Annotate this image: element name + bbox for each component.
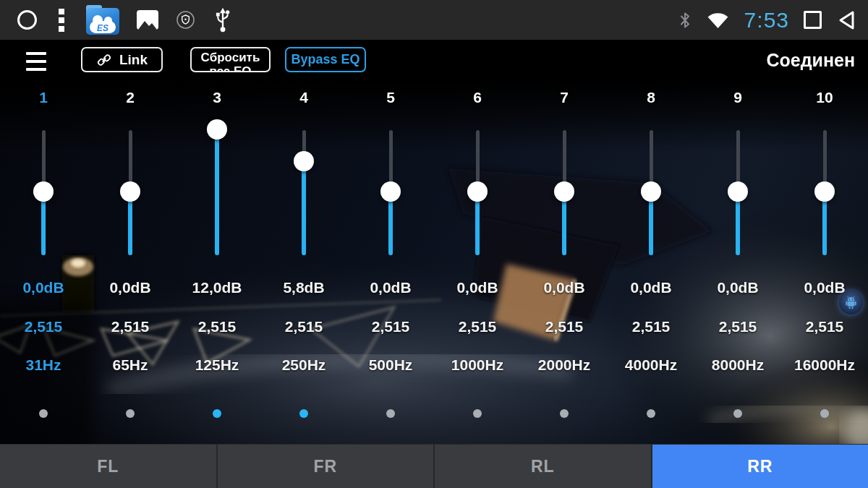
channel-tab-bar: FLFRRLRR bbox=[0, 444, 868, 488]
band-q-value: 2,515 bbox=[434, 317, 521, 336]
clock: 7:53 bbox=[744, 8, 789, 33]
slider-thumb[interactable] bbox=[728, 181, 748, 202]
band-q-value: 2,515 bbox=[608, 317, 694, 336]
slider-thumb[interactable] bbox=[467, 181, 488, 202]
band-gain-value: 0,0dB bbox=[0, 278, 87, 297]
slider-thumb[interactable] bbox=[814, 181, 835, 202]
chain-link-icon bbox=[96, 52, 112, 68]
band-number: 7 bbox=[521, 89, 608, 106]
connection-status: Соединен bbox=[766, 50, 855, 71]
band-gain-slider[interactable] bbox=[120, 130, 140, 255]
band-frequency: 1000Hz bbox=[434, 356, 521, 374]
gallery-icon bbox=[137, 10, 158, 30]
eq-band: 5 0,0dB 2,515 500Hz bbox=[347, 83, 434, 444]
band-gain-slider[interactable] bbox=[641, 130, 661, 255]
slider-thumb[interactable] bbox=[207, 119, 227, 140]
band-gain-slider[interactable] bbox=[728, 130, 748, 255]
slider-fill bbox=[302, 161, 306, 255]
link-button-label: Link bbox=[119, 52, 148, 68]
band-gain-slider[interactable] bbox=[467, 130, 488, 255]
wifi-icon bbox=[706, 10, 730, 30]
band-frequency: 125Hz bbox=[174, 356, 260, 374]
band-indicator-dot bbox=[213, 409, 221, 418]
band-frequency: 2000Hz bbox=[521, 356, 608, 374]
band-q-value: 2,515 bbox=[260, 317, 347, 336]
band-q-value: 2,515 bbox=[174, 317, 260, 336]
band-gain-value: 0,0dB bbox=[87, 278, 174, 297]
band-number: 10 bbox=[781, 89, 868, 106]
band-indicator-dot bbox=[126, 409, 135, 418]
channel-tab-fl[interactable]: FL bbox=[0, 445, 218, 488]
band-frequency: 16000Hz bbox=[781, 356, 868, 374]
band-frequency: 250Hz bbox=[260, 356, 347, 374]
security-shield-icon bbox=[176, 10, 195, 30]
slider-thumb[interactable] bbox=[294, 151, 314, 171]
band-number: 3 bbox=[174, 89, 260, 106]
overflow-menu-icon[interactable] bbox=[54, 7, 69, 33]
status-bar: ES bbox=[0, 0, 868, 40]
band-gain-value: 0,0dB bbox=[694, 278, 781, 297]
reset-all-eq-button[interactable]: Сбросить все EQ bbox=[190, 47, 271, 72]
bluetooth-icon bbox=[678, 10, 692, 30]
slider-fill bbox=[215, 130, 219, 255]
band-frequency: 8000Hz bbox=[694, 356, 781, 374]
band-q-value: 2,515 bbox=[694, 317, 781, 336]
eq-band: 10 0,0dB 2,515 16000Hz bbox=[781, 83, 868, 444]
android-overlay-button[interactable] bbox=[839, 291, 863, 314]
recents-button[interactable] bbox=[804, 11, 822, 29]
channel-tab-fr[interactable]: FR bbox=[218, 445, 435, 488]
eq-band: 8 0,0dB 2,515 4000Hz bbox=[608, 83, 694, 444]
slider-thumb[interactable] bbox=[120, 181, 140, 202]
band-q-value: 2,515 bbox=[521, 317, 608, 336]
band-gain-slider[interactable] bbox=[207, 130, 227, 255]
menu-icon[interactable] bbox=[26, 52, 46, 71]
band-gain-slider[interactable] bbox=[294, 130, 314, 255]
band-indicator-dot bbox=[820, 409, 829, 418]
equalizer-bands: 1 0,0dB 2,515 31Hz 2 0,0dB 2,515 65Hz 3 bbox=[0, 83, 868, 444]
band-number: 1 bbox=[0, 89, 87, 106]
channel-tab-rr[interactable]: RR bbox=[652, 445, 868, 488]
bypass-eq-button[interactable]: Bypass EQ bbox=[285, 47, 366, 72]
record-circle-icon[interactable] bbox=[17, 10, 37, 30]
band-indicator-dot bbox=[39, 409, 48, 418]
link-button[interactable]: Link bbox=[81, 47, 163, 72]
band-frequency: 4000Hz bbox=[608, 356, 694, 374]
channel-tab-rl[interactable]: RL bbox=[435, 445, 652, 488]
band-gain-slider[interactable] bbox=[380, 130, 401, 255]
band-indicator-dot bbox=[733, 409, 742, 418]
status-bar-left: ES bbox=[17, 0, 233, 40]
band-gain-value: 0,0dB bbox=[521, 278, 608, 297]
eq-band: 2 0,0dB 2,515 65Hz bbox=[87, 83, 174, 444]
band-gain-value: 12,0dB bbox=[174, 278, 260, 297]
band-number: 4 bbox=[260, 89, 347, 106]
band-indicator-dot bbox=[299, 409, 308, 418]
eq-band: 6 0,0dB 2,515 1000Hz bbox=[434, 83, 521, 444]
car-stereo-equalizer-screen: ES bbox=[0, 0, 868, 488]
slider-thumb[interactable] bbox=[380, 181, 401, 202]
band-indicator-dot bbox=[473, 409, 482, 418]
band-gain-slider[interactable] bbox=[814, 130, 835, 255]
eq-band: 1 0,0dB 2,515 31Hz bbox=[0, 83, 87, 444]
band-gain-slider[interactable] bbox=[554, 130, 574, 255]
band-q-value: 2,515 bbox=[781, 317, 868, 336]
band-indicator-dot bbox=[647, 409, 655, 418]
band-indicator-dot bbox=[386, 409, 395, 418]
band-frequency: 65Hz bbox=[87, 356, 174, 374]
bypass-button-label: Bypass EQ bbox=[291, 52, 359, 67]
band-frequency: 31Hz bbox=[0, 356, 87, 374]
band-number: 2 bbox=[87, 89, 174, 106]
slider-thumb[interactable] bbox=[33, 181, 54, 202]
eq-toolbar: Link Сбросить все EQ Bypass EQ Соединен bbox=[0, 40, 868, 83]
band-gain-slider[interactable] bbox=[33, 130, 54, 255]
band-number: 6 bbox=[434, 89, 521, 106]
eq-band: 4 5,8dB 2,515 250Hz bbox=[260, 83, 347, 444]
eq-band: 9 0,0dB 2,515 8000Hz bbox=[694, 83, 781, 444]
band-gain-value: 0,0dB bbox=[347, 278, 434, 297]
slider-thumb[interactable] bbox=[641, 181, 661, 202]
back-button[interactable] bbox=[836, 9, 858, 31]
status-bar-right: 7:53 bbox=[678, 0, 858, 40]
band-q-value: 2,515 bbox=[347, 317, 434, 336]
usb-icon bbox=[213, 7, 233, 33]
slider-thumb[interactable] bbox=[554, 181, 574, 202]
band-number: 9 bbox=[694, 89, 781, 106]
